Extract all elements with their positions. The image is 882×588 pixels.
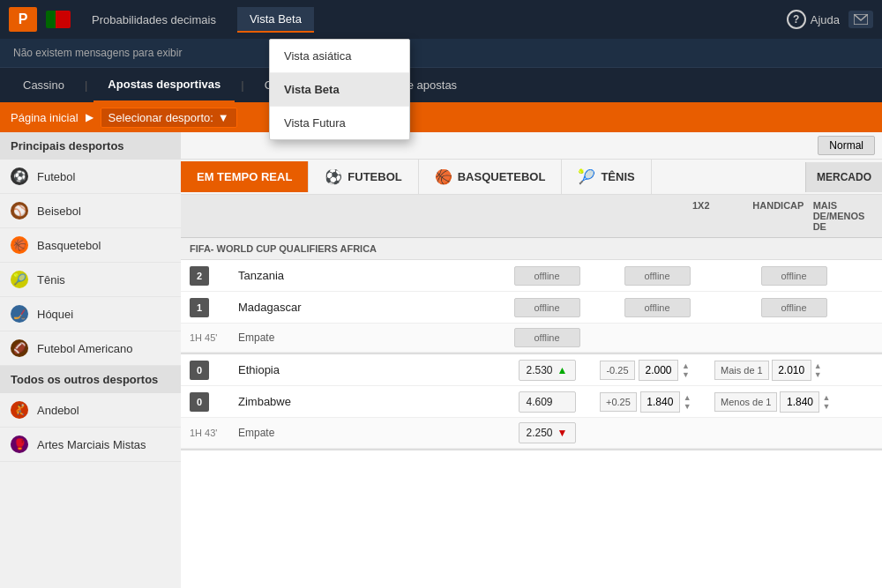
sidebar-label-futebol-americano: Futebol Americano [37,342,132,355]
sidebar-item-beisebol[interactable]: ⚾ Beisebol [0,194,181,228]
tab-tenis[interactable]: 🎾 TÊNIS [562,160,651,194]
main-nav: Cassino | Apostas desportivas | Cassino … [0,67,882,102]
mais-menos-button[interactable]: offline [761,298,827,317]
odds-down-icon: ▼ [557,427,568,439]
futebol-tab-icon: ⚽ [325,168,342,185]
sidebar-label-andebol: Andebol [37,404,79,417]
tab-live[interactable]: EM TEMPO REAL [181,161,309,192]
sport-select-label: Selecionar desporto: [108,111,213,124]
mail-icon[interactable] [848,11,873,28]
odds-1x2-button[interactable]: offline [514,266,580,286]
sidebar-item-futebol-americano[interactable]: 🏈 Futebol Americano [0,331,181,366]
draw-odds-button[interactable]: 2.250 ▼ [519,422,576,443]
mais-menos-odds[interactable]: 2.010 [772,360,811,381]
mais-menos-arrows[interactable]: ▲▼ [814,361,822,379]
table-row: 0 Zimbabwe 4.609 +0.25 1.840 ▲▼ Menos de… [181,386,882,418]
odds-1x2-cell: 4.609 [494,391,600,413]
breadcrumb-home[interactable]: Página inicial [11,111,78,124]
match-group-1: FIFA- WORLD CUP QUALIFIERS AFRICA 2 Tanz… [181,238,882,354]
dropdown-item-asiatica[interactable]: Vista asiática [270,40,409,73]
sport-tabs: EM TEMPO REAL ⚽ FUTEBOL 🏀 BASQUETEBOL 🎾 … [181,160,882,195]
sidebar-label-hoquei: Hóquei [37,308,73,321]
odds-1x2-cell: offline [494,298,600,317]
mais-menos-odds[interactable]: 1.840 [780,391,819,413]
top-nav-right: ? Ajuda [787,10,873,29]
tenis-tab-icon: 🎾 [578,168,595,185]
handicap-arrows[interactable]: ▲▼ [684,393,691,411]
sidebar-item-basquetebol[interactable]: 🏀 Basquetebol [0,228,181,263]
sidebar-others-title: Todos os outros desportos [0,366,181,393]
amfootball-icon: 🏈 [11,339,28,357]
tab-basquetebol[interactable]: 🏀 BASQUETEBOL [419,160,563,194]
language-flag[interactable] [46,11,71,28]
odds-1x2-button[interactable]: offline [514,298,580,317]
match-time: 1H 43' [190,428,217,438]
help-label: Ajuda [811,13,840,26]
odds-1x2-cell: 2.530 ▲ [494,360,600,381]
handicap-cell: offline [600,298,714,317]
competition-header: FIFA- WORLD CUP QUALIFIERS AFRICA [181,238,882,260]
sidebar-label-tenis: Tênis [37,273,65,287]
mais-menos-cell: offline [714,266,873,286]
tenis-tab-label: TÊNIS [601,170,634,183]
odds-value: 2.530 [527,364,553,376]
main-content: Normal EM TEMPO REAL ⚽ FUTEBOL 🏀 BASQUET… [181,132,882,588]
chevron-down-icon: ▼ [218,111,229,124]
dropdown-item-beta[interactable]: Vista Beta [270,73,409,107]
mais-menos-cell: Mais de 1 2.010 ▲▼ [714,360,873,381]
vista-dropdown: Vista asiática Vista Beta Vista Futura [269,39,410,140]
sidebar-item-mma[interactable]: 🥊 Artes Marciais Mistas [0,428,181,462]
basketball-icon: 🏀 [11,236,28,254]
vista-beta-button[interactable]: Vista Beta [237,7,314,33]
dropdown-item-futura[interactable]: Vista Futura [270,107,409,139]
handicap-button[interactable]: offline [624,298,691,317]
odds-1x2-button[interactable]: 2.530 ▲ [519,360,576,381]
mais-menos-button[interactable]: offline [761,266,827,286]
sidebar: Principais desportos ⚽ Futebol ⚾ Beisebo… [0,132,181,588]
draw-row: 1H 45' Empate offline [181,324,882,353]
help-button[interactable]: ? Ajuda [787,10,840,29]
handicap-cell: +0.25 1.840 ▲▼ [600,391,714,413]
tennis-icon: 🎾 [11,271,28,288]
baseball-icon: ⚾ [11,202,28,220]
breadcrumb: Página inicial ▶ Selecionar desporto: ▼ [0,102,882,132]
sidebar-label-beisebol: Beisebol [37,205,81,218]
sidebar-label-futebol: Futebol [37,170,75,183]
help-circle-icon: ? [787,10,806,29]
basquetebol-tab-label: BASQUETEBOL [458,170,546,183]
team-name: Tanzania [234,269,494,282]
handball-icon: 🤾 [11,401,28,419]
handicap-arrows[interactable]: ▲▼ [682,361,690,379]
handicap-odds[interactable]: 2.000 [639,360,678,381]
message-text: Não existem mensagens para exibir [13,47,182,59]
sidebar-item-andebol[interactable]: 🤾 Andebol [0,393,181,428]
sidebar-item-futebol[interactable]: ⚽ Futebol [0,160,181,194]
table-col-1x2: 1X2 [692,200,752,232]
message-bar: Não existem mensagens para exibir [0,39,882,67]
draw-row: 1H 43' Empate 2.250 ▼ [181,418,882,449]
nav-apostas[interactable]: Apostas desportivas [93,68,235,103]
sidebar-label-basquetebol: Basquetebol [37,239,101,252]
sidebar-item-hoquei[interactable]: 🏒 Hóquei [0,297,181,331]
mais-menos-cell: Menos de 1 1.840 ▲▼ [714,391,873,413]
team-score: 2 [190,266,209,286]
mais-menos-arrows[interactable]: ▲▼ [822,393,830,411]
handicap-value: +0.25 [600,392,637,412]
probabilidades-button[interactable]: Probabilidades decimais [79,8,228,32]
odds-1x2-button[interactable]: 4.609 [519,391,576,413]
nav-cassino1[interactable]: Cassino [9,68,78,103]
sport-select[interactable]: Selecionar desporto: ▼ [101,108,237,128]
table-col-mais-menos: MAIS DE/MENOS DE [813,200,873,232]
normal-button[interactable]: Normal [818,136,875,155]
content-wrapper: Principais desportos ⚽ Futebol ⚾ Beisebo… [0,132,882,588]
handicap-button[interactable]: offline [624,266,691,286]
basquetebol-tab-icon: 🏀 [435,168,452,185]
hockey-icon: 🏒 [11,305,28,323]
handicap-odds[interactable]: 1.840 [640,391,680,413]
draw-odds-button[interactable]: offline [514,328,580,347]
breadcrumb-arrow-icon: ▶ [86,111,93,123]
sidebar-label-mma: Artes Marciais Mistas [37,438,146,451]
sidebar-item-tenis[interactable]: 🎾 Tênis [0,263,181,297]
tab-futebol[interactable]: ⚽ FUTEBOL [309,160,418,194]
futebol-tab-label: FUTEBOL [348,170,401,183]
